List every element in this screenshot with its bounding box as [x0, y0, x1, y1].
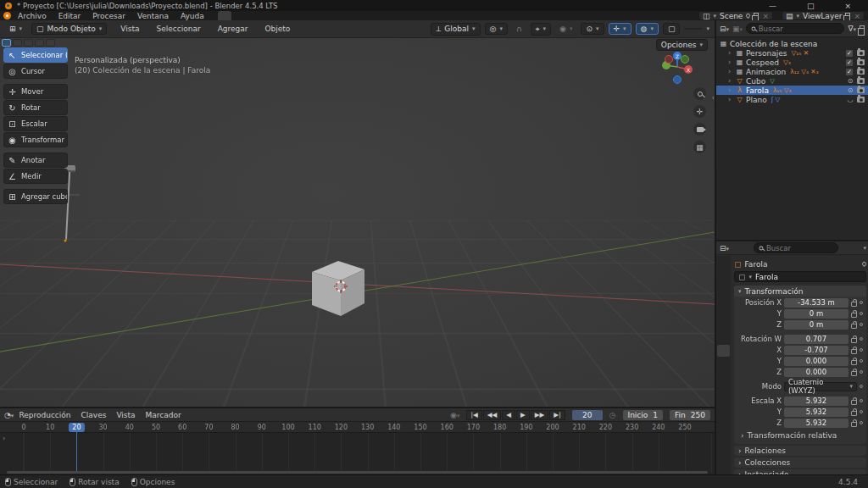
workspace-tab[interactable] — [325, 11, 338, 20]
proportional-edit-icon[interactable]: ◉▾ — [555, 24, 576, 34]
value-field[interactable]: -34.533 m — [784, 298, 849, 308]
expand-caret-icon[interactable]: › — [728, 68, 733, 75]
frame-start-field[interactable]: Inicio 1 — [623, 410, 664, 420]
lock-icon[interactable] — [851, 302, 857, 307]
pin-icon[interactable] — [745, 13, 751, 19]
tool-button[interactable]: ◉ Transformar — [3, 132, 68, 147]
transport-button[interactable]: |◀ — [466, 410, 481, 420]
render-visibility-icon[interactable] — [857, 59, 865, 65]
animate-dot-icon[interactable] — [860, 323, 863, 326]
outliner-row[interactable]: › λ Farola λ₁₅ ▽₃ ⊙ — [716, 86, 868, 95]
value-field[interactable]: 0.707 — [784, 335, 849, 344]
transport-button[interactable]: ▶ — [516, 410, 530, 420]
timeline-ruler[interactable]: 0102030405060708090100110120130140150160… — [0, 422, 715, 433]
lock-icon[interactable] — [851, 400, 857, 405]
visibility-toggle[interactable]: ⊙ — [846, 77, 854, 85]
camera-view-icon[interactable] — [693, 123, 706, 136]
workspace-tab[interactable] — [386, 11, 399, 20]
animate-dot-icon[interactable] — [860, 399, 863, 402]
minimize-button[interactable]: — — [769, 2, 776, 10]
workspace-tab[interactable] — [218, 11, 231, 20]
render-visibility-icon[interactable] — [857, 97, 865, 103]
workspace-tab[interactable] — [294, 11, 308, 20]
visibility-toggle[interactable]: ✓ — [846, 50, 854, 57]
transport-button[interactable]: ▶▶ — [531, 410, 549, 420]
outliner-row[interactable]: › ▽ Cubo ▽ ⊙ — [716, 76, 868, 86]
properties-tab[interactable] — [717, 302, 730, 313]
select-mode-invert[interactable] — [35, 39, 44, 47]
workspace-tab[interactable] — [370, 11, 384, 20]
properties-tab[interactable] — [717, 359, 730, 371]
animate-dot-icon[interactable] — [860, 348, 863, 352]
lock-icon[interactable] — [851, 313, 857, 318]
tool-button[interactable]: ∠ Medir — [3, 169, 68, 184]
pan-hand-icon[interactable]: ✛ — [693, 105, 706, 118]
workspace-tab[interactable] — [233, 11, 247, 20]
properties-tab[interactable] — [717, 287, 730, 299]
select-mode-extend[interactable] — [13, 39, 22, 47]
lock-icon[interactable] — [851, 338, 857, 343]
outliner-row[interactable]: › ▦ Personajes ▽₁₅ ✕ ✓ — [716, 48, 868, 58]
properties-tab[interactable] — [717, 258, 730, 270]
transport-button[interactable]: ◀ — [502, 410, 515, 420]
workspace-tab[interactable] — [355, 11, 369, 20]
workspace-tab[interactable] — [248, 11, 262, 20]
menu-item[interactable]: Archivo — [18, 12, 47, 20]
delta-transform-subsection[interactable]: › Transformación relativa — [734, 430, 866, 441]
timeline-editor-icon[interactable]: ◔▾ — [4, 411, 14, 419]
animate-dot-icon[interactable] — [860, 359, 863, 363]
animate-dot-icon[interactable] — [860, 337, 863, 341]
animate-dot-icon[interactable] — [860, 385, 863, 388]
timeline-tracks-area[interactable] — [0, 433, 715, 473]
value-field[interactable]: 0.000 — [784, 368, 849, 377]
unlink-scene-icon[interactable]: × — [762, 12, 769, 20]
timeline-scrollbar[interactable] — [7, 471, 708, 474]
new-collection-icon[interactable] — [860, 25, 865, 31]
properties-search-input[interactable] — [766, 244, 833, 252]
new-scene-icon[interactable] — [754, 13, 759, 19]
auto-keyframe-icon[interactable]: ◉▾ — [450, 411, 459, 419]
playhead-marker[interactable]: 20 — [69, 423, 84, 432]
channels-expand-icon[interactable]: › — [3, 435, 5, 442]
properties-tab[interactable] — [717, 374, 730, 385]
tool-button[interactable]: ↻ Rotar — [3, 100, 68, 115]
outliner-filter-id-dropdown[interactable]: ▣▾ — [732, 25, 743, 33]
render-visibility-icon[interactable] — [857, 78, 865, 84]
animate-dot-icon[interactable] — [860, 370, 863, 374]
close-button[interactable]: × — [844, 2, 851, 10]
transport-button[interactable]: ◀◀ — [483, 410, 502, 420]
farola-origin-dot[interactable] — [64, 239, 67, 242]
properties-options-icon[interactable]: ▾ — [863, 245, 866, 252]
frame-end-field[interactable]: Fin 250 — [670, 410, 710, 420]
transport-button[interactable]: ▶| — [549, 410, 565, 420]
lock-icon[interactable] — [851, 411, 857, 416]
select-mode-subtract[interactable] — [24, 39, 33, 47]
lock-icon[interactable] — [851, 422, 857, 427]
outliner-row[interactable]: › ▦ Animacion λ₁₂ ▽₄ ✕₃ ✓ — [716, 67, 868, 76]
collapsed-section[interactable]: › Colecciones — [734, 458, 866, 468]
tool-button[interactable]: ⊞ Agregar cubo — [3, 189, 68, 204]
animate-dot-icon[interactable] — [860, 410, 863, 413]
workspace-tab[interactable] — [340, 11, 353, 20]
timeline-menu-item[interactable]: Marcador — [146, 411, 181, 419]
tool-button[interactable]: ✎ Anotar — [3, 152, 68, 168]
current-frame-field[interactable]: 20 — [572, 410, 603, 420]
outliner-search[interactable] — [746, 23, 844, 34]
expand-caret-icon[interactable]: › — [728, 77, 733, 85]
lock-icon[interactable] — [851, 324, 857, 329]
perspective-toggle-icon[interactable]: ▦ — [693, 141, 706, 153]
viewport-menu-item[interactable]: Objeto — [262, 25, 294, 33]
properties-tab[interactable] — [717, 273, 730, 285]
snap-target-dropdown[interactable]: ⌖▾ — [531, 23, 552, 36]
maximize-button[interactable]: □ — [807, 2, 815, 10]
scene-selector[interactable]: ◫▾ Scene × — [698, 11, 773, 20]
menu-item[interactable]: Ayuda — [181, 12, 204, 20]
pin-icon[interactable] — [861, 261, 867, 267]
visibility-toggle[interactable]: ◡ — [846, 96, 854, 103]
shading-dropdown-icon[interactable]: ▾ — [706, 25, 709, 32]
visibility-toggle[interactable]: ✓ — [846, 59, 854, 66]
properties-tab[interactable] — [717, 345, 730, 357]
viewport-menu-item[interactable]: Seleccionar — [153, 25, 204, 33]
outliner-filter-icon[interactable]: ∇▾ — [848, 25, 856, 33]
object-visibility-dropdown[interactable]: ⊙▾ — [581, 23, 604, 35]
